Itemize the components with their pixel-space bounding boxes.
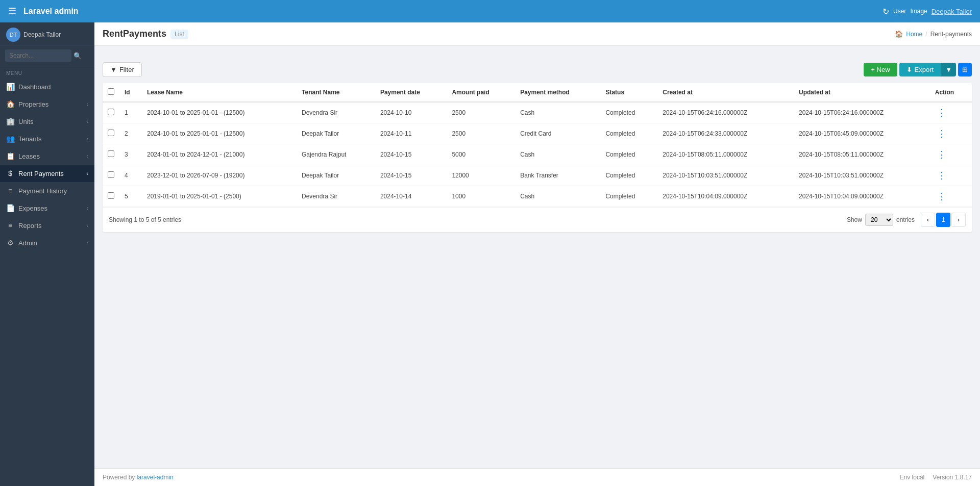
row-checkbox-cell (103, 123, 119, 144)
footer: Powered by laravel-admin Env local Versi… (94, 468, 980, 486)
sidebar-item-properties[interactable]: 🏠 Properties ‹ (0, 95, 94, 113)
row-status: Completed (600, 123, 657, 144)
row-updated-at: 2024-10-15T10:03:51.000000Z (794, 165, 930, 186)
row-amount-paid: 5000 (447, 144, 515, 165)
sidebar-item-units[interactable]: 🏢 Units ‹ (0, 113, 94, 130)
row-action-button[interactable]: ⋮ (935, 191, 948, 202)
sidebar-item-reports[interactable]: ≡ Reports ‹ (0, 217, 94, 234)
navbar-left: ☰ Laravel admin (8, 6, 79, 17)
row-lease-name: 2024-01-01 to 2024-12-01 - (21000) (142, 144, 297, 165)
row-id: 5 (119, 186, 142, 207)
row-checkbox-cell (103, 186, 119, 207)
export-button-group: ⬇ Export ▼ (899, 63, 956, 76)
dashboard-icon: 📊 (6, 83, 14, 91)
row-action-button[interactable]: ⋮ (935, 149, 948, 160)
breadcrumb-current: Rent-payments (930, 31, 972, 38)
new-button[interactable]: + New (864, 63, 897, 76)
row-action-button[interactable]: ⋮ (935, 170, 948, 181)
sidebar-item-payment-history[interactable]: ≡ Payment History (0, 182, 94, 199)
hamburger-icon[interactable]: ☰ (8, 6, 16, 17)
export-dropdown-button[interactable]: ▼ (941, 63, 956, 76)
sidebar-label-dashboard: Dashboard (18, 83, 88, 91)
sidebar-item-rent-payments[interactable]: $ Rent Payments ‹ (0, 165, 94, 182)
per-page-select[interactable]: 102050100 (865, 214, 893, 226)
col-amount-paid[interactable]: Amount paid (447, 83, 515, 102)
toolbar-left: ▼ Filter (103, 62, 142, 77)
row-action-button[interactable]: ⋮ (935, 128, 948, 139)
env-label: Env local (900, 474, 925, 481)
sidebar-label-leases: Leases (18, 152, 82, 160)
col-status[interactable]: Status (600, 83, 657, 102)
version-label: Version 1.8.17 (933, 474, 972, 481)
pagination-show: Show 102050100 entries (847, 214, 915, 226)
row-tenant-name: Gajendra Rajput (297, 144, 375, 165)
search-icon[interactable]: 🔍 (74, 52, 82, 60)
sidebar-search-area: 🔍 (0, 45, 94, 66)
toolbar: ▼ Filter + New ⬇ Export ▼ (103, 62, 972, 77)
row-payment-method: Cash (515, 144, 600, 165)
row-checkbox-cell (103, 165, 119, 186)
breadcrumb-home[interactable]: Home (906, 31, 922, 38)
page-title: RentPayments (103, 29, 166, 39)
filter-button[interactable]: ▼ Filter (103, 62, 142, 77)
col-payment-method[interactable]: Payment method (515, 83, 600, 102)
table-row: 4 2023-12-01 to 2026-07-09 - (19200) Dee… (103, 165, 972, 186)
tenants-icon: 👥 (6, 135, 14, 143)
home-icon: 🏠 (895, 30, 903, 38)
arrow-units: ‹ (86, 118, 88, 124)
row-created-at: 2024-10-15T06:24:33.000000Z (657, 123, 794, 144)
page-1-button[interactable]: 1 (936, 213, 950, 227)
sidebar-label-expenses: Expenses (18, 204, 82, 212)
row-id: 3 (119, 144, 142, 165)
row-amount-paid: 2500 (447, 123, 515, 144)
main-content: RentPayments List 🏠 Home / Rent-payments… (94, 22, 980, 486)
filter-icon: ▼ (110, 66, 117, 73)
row-action-button[interactable]: ⋮ (935, 107, 948, 118)
export-button[interactable]: ⬇ Export (899, 63, 941, 76)
table-body: 1 2024-10-01 to 2025-01-01 - (12500) Dev… (103, 102, 972, 207)
row-created-at: 2024-10-15T10:04:09.000000Z (657, 186, 794, 207)
sidebar-item-dashboard[interactable]: 📊 Dashboard (0, 78, 94, 95)
sidebar-label-reports: Reports (18, 222, 82, 229)
row-checkbox[interactable] (108, 171, 114, 178)
page-title-area: RentPayments List (103, 29, 188, 39)
user-label: User (893, 8, 906, 15)
col-updated-at[interactable]: Updated at (794, 83, 930, 102)
col-tenant-name[interactable]: Tenant Name (297, 83, 375, 102)
row-checkbox[interactable] (108, 150, 114, 157)
layout: DT Deepak Tailor 🔍 Menu 📊 Dashboard 🏠 Pr… (0, 22, 980, 486)
row-updated-at: 2024-10-15T10:04:09.000000Z (794, 186, 930, 207)
sidebar-item-admin[interactable]: ⚙ Admin ‹ (0, 234, 94, 251)
footer-link[interactable]: laravel-admin (137, 474, 174, 481)
navbar-right: ↻ User Image Deepak Tailor (883, 7, 972, 16)
search-input[interactable] (5, 49, 71, 62)
row-checkbox[interactable] (108, 192, 114, 199)
col-payment-date[interactable]: Payment date (375, 83, 447, 102)
prev-page-button[interactable]: ‹ (921, 213, 935, 227)
arrow-expenses: ‹ (86, 205, 88, 211)
col-id[interactable]: Id (119, 83, 142, 102)
col-checkbox (103, 83, 119, 102)
next-page-button[interactable]: › (951, 213, 966, 227)
username-link[interactable]: Deepak Tailor (932, 8, 972, 15)
rent-payments-icon: $ (6, 169, 14, 177)
sidebar-item-expenses[interactable]: 📄 Expenses ‹ (0, 199, 94, 217)
col-created-at[interactable]: Created at (657, 83, 794, 102)
leases-icon: 📋 (6, 152, 14, 160)
row-id: 2 (119, 123, 142, 144)
user-image-label: Image (910, 8, 927, 15)
row-lease-name: 2024-10-01 to 2025-01-01 - (12500) (142, 123, 297, 144)
refresh-icon[interactable]: ↻ (883, 7, 889, 16)
columns-button[interactable]: ⊞ (958, 63, 972, 76)
row-checkbox-cell (103, 144, 119, 165)
sidebar-label-units: Units (18, 118, 82, 125)
sidebar-item-leases[interactable]: 📋 Leases ‹ (0, 147, 94, 165)
row-checkbox[interactable] (108, 130, 114, 136)
sidebar-item-tenants[interactable]: 👥 Tenants ‹ (0, 130, 94, 147)
select-all-checkbox[interactable] (108, 88, 114, 95)
row-tenant-name: Devendra Sir (297, 186, 375, 207)
row-payment-date: 2024-10-10 (375, 102, 447, 123)
row-id: 4 (119, 165, 142, 186)
row-checkbox[interactable] (108, 109, 114, 115)
col-lease-name[interactable]: Lease Name (142, 83, 297, 102)
